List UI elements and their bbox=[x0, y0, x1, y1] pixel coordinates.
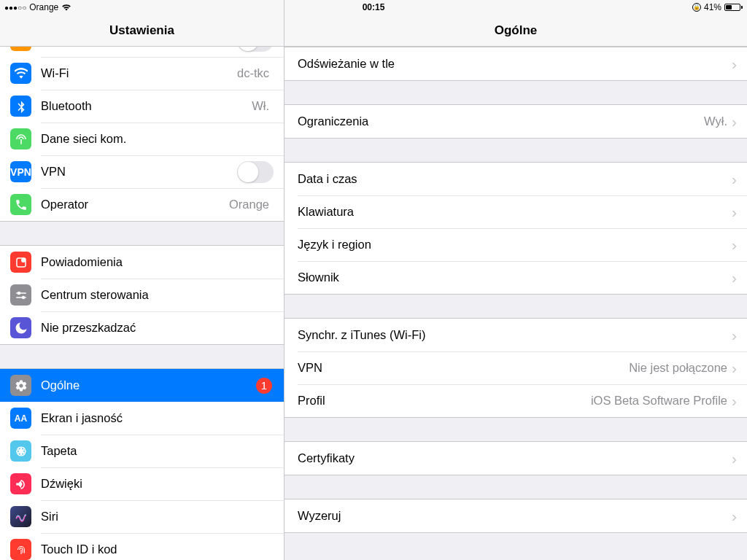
status-left: ●●●○○ Orange bbox=[4, 2, 71, 12]
bg-refresh-label: Odświeżanie w tle bbox=[298, 57, 395, 71]
gear-icon bbox=[10, 375, 31, 396]
sidebar-item-general[interactable]: Ogólne 1 bbox=[0, 369, 284, 402]
restrictions-value: Wył. bbox=[704, 114, 727, 128]
chevron-icon: › bbox=[732, 270, 737, 285]
svg-point-1 bbox=[21, 258, 26, 262]
detail-item-profile[interactable]: Profil iOS Beta Software Profile › bbox=[285, 384, 747, 417]
detail-item-reset[interactable]: Wyzeruj › bbox=[285, 499, 747, 532]
sidebar-item-wallpaper[interactable]: Tapeta bbox=[0, 435, 284, 467]
bluetooth-icon bbox=[10, 96, 31, 117]
chevron-icon: › bbox=[732, 171, 737, 187]
notifications-label: Powiadomienia bbox=[41, 255, 123, 269]
control-center-icon bbox=[10, 284, 31, 306]
restrictions-label: Ograniczenia bbox=[298, 114, 368, 128]
display-label: Ekran i jasność bbox=[41, 411, 123, 425]
vpn-detail-label: VPN bbox=[298, 361, 322, 375]
sidebar-item-notifications[interactable]: Powiadomienia bbox=[0, 246, 284, 279]
sidebar-item-dnd[interactable]: Nie przeszkadzać bbox=[0, 311, 284, 344]
detail-item-certs[interactable]: Certyfikaty › bbox=[285, 442, 747, 475]
profile-label: Profil bbox=[298, 394, 325, 408]
status-bar: ●●●○○ Orange 00:15 🔒 41% bbox=[0, 0, 747, 15]
sidebar-item-operator[interactable]: Operator Orange bbox=[0, 188, 284, 221]
chevron-icon: › bbox=[732, 508, 737, 524]
sounds-icon bbox=[10, 473, 31, 494]
siri-icon bbox=[10, 506, 31, 527]
operator-label: Operator bbox=[41, 198, 88, 211]
dictionary-label: Słownik bbox=[298, 271, 339, 284]
wallpaper-icon bbox=[10, 440, 31, 462]
vpn-label: VPN bbox=[41, 165, 66, 179]
cellular-label: Dane sieci kom. bbox=[41, 132, 126, 146]
sidebar-item-touchid[interactable]: Touch ID i kod bbox=[0, 533, 284, 560]
fingerprint-icon bbox=[10, 539, 31, 560]
sidebar-item-airplane[interactable] bbox=[0, 47, 284, 57]
svg-rect-5 bbox=[16, 297, 26, 298]
vpn-icon: VPN bbox=[10, 161, 31, 182]
siri-label: Siri bbox=[41, 510, 58, 524]
chevron-icon: › bbox=[732, 360, 737, 376]
chevron-icon: › bbox=[732, 451, 737, 466]
svg-rect-4 bbox=[16, 292, 26, 294]
language-label: Język i region bbox=[298, 238, 371, 252]
general-label: Ogólne bbox=[41, 378, 80, 392]
datetime-label: Data i czas bbox=[298, 172, 357, 186]
bluetooth-value: Wł. bbox=[252, 99, 269, 113]
sidebar-title: Ustawienia bbox=[109, 23, 174, 38]
touchid-label: Touch ID i kod bbox=[41, 542, 117, 556]
detail-item-language[interactable]: Język i region › bbox=[285, 228, 747, 261]
reset-label: Wyzeruj bbox=[298, 509, 341, 523]
airplane-toggle[interactable] bbox=[237, 47, 274, 52]
moon-icon bbox=[10, 317, 31, 338]
sidebar-item-siri[interactable]: Siri bbox=[0, 500, 284, 533]
clock-label: 00:15 bbox=[363, 2, 385, 12]
chevron-icon: › bbox=[732, 327, 737, 343]
chevron-icon: › bbox=[732, 204, 737, 219]
detail-item-bg-refresh[interactable]: Odświeżanie w tle › bbox=[285, 47, 747, 80]
chevron-icon: › bbox=[732, 393, 737, 408]
operator-value: Orange bbox=[229, 198, 269, 211]
sidebar-item-vpn[interactable]: VPN VPN bbox=[0, 155, 284, 188]
itunes-sync-label: Synchr. z iTunes (Wi-Fi) bbox=[298, 328, 425, 342]
detail-title: Ogólne bbox=[495, 23, 538, 38]
detail-item-keyboard[interactable]: Klawiatura › bbox=[285, 195, 747, 228]
detail-pane: Ogólne Odświeżanie w tle › Ograniczenia … bbox=[285, 0, 747, 560]
detail-item-dictionary[interactable]: Słownik › bbox=[285, 261, 747, 294]
sidebar-item-display[interactable]: AA Ekran i jasność bbox=[0, 402, 284, 435]
cellular-icon bbox=[10, 128, 31, 149]
vpn-detail-value: Nie jest połączone bbox=[629, 361, 727, 375]
chevron-icon: › bbox=[732, 237, 737, 252]
signal-strength-icon: ●●●○○ bbox=[4, 4, 26, 12]
sidebar-item-sounds[interactable]: Dźwięki bbox=[0, 467, 284, 500]
orientation-lock-icon: 🔒 bbox=[692, 3, 701, 12]
battery-icon bbox=[724, 4, 743, 11]
notifications-icon bbox=[10, 252, 31, 273]
keyboard-label: Klawiatura bbox=[298, 205, 354, 219]
chevron-icon: › bbox=[732, 56, 737, 71]
dnd-label: Nie przeszkadzać bbox=[41, 321, 136, 335]
wifi-icon bbox=[61, 4, 71, 11]
status-right: 🔒 41% bbox=[692, 2, 743, 12]
sidebar-item-wifi[interactable]: Wi-Fi dc-tkc bbox=[0, 57, 284, 90]
bluetooth-label: Bluetooth bbox=[41, 99, 92, 113]
general-badge: 1 bbox=[256, 378, 272, 394]
control-center-label: Centrum sterowania bbox=[41, 288, 149, 302]
detail-item-datetime[interactable]: Data i czas › bbox=[285, 163, 747, 195]
sidebar-item-bluetooth[interactable]: Bluetooth Wł. bbox=[0, 90, 284, 122]
phone-icon bbox=[10, 194, 31, 215]
detail-item-vpn-detail[interactable]: VPN Nie jest połączone › bbox=[285, 351, 747, 384]
wifi-value: dc-tkc bbox=[237, 66, 269, 80]
vpn-toggle[interactable] bbox=[237, 161, 274, 183]
sidebar-item-control-center[interactable]: Centrum sterowania bbox=[0, 279, 284, 311]
detail-item-itunes-sync[interactable]: Synchr. z iTunes (Wi-Fi) › bbox=[285, 319, 747, 351]
display-icon: AA bbox=[10, 408, 31, 429]
wifi-label: Wi-Fi bbox=[41, 66, 69, 80]
chevron-icon: › bbox=[732, 114, 737, 129]
certs-label: Certyfikaty bbox=[298, 451, 355, 465]
settings-sidebar: Ustawienia Wi-Fi dc-t bbox=[0, 0, 285, 560]
sidebar-item-cellular[interactable]: Dane sieci kom. bbox=[0, 122, 284, 155]
profile-value: iOS Beta Software Profile bbox=[591, 394, 727, 408]
sounds-label: Dźwięki bbox=[41, 477, 82, 491]
wallpaper-label: Tapeta bbox=[41, 444, 77, 458]
detail-item-restrictions[interactable]: Ograniczenia Wył. › bbox=[285, 105, 747, 138]
wifi-icon bbox=[10, 63, 31, 84]
